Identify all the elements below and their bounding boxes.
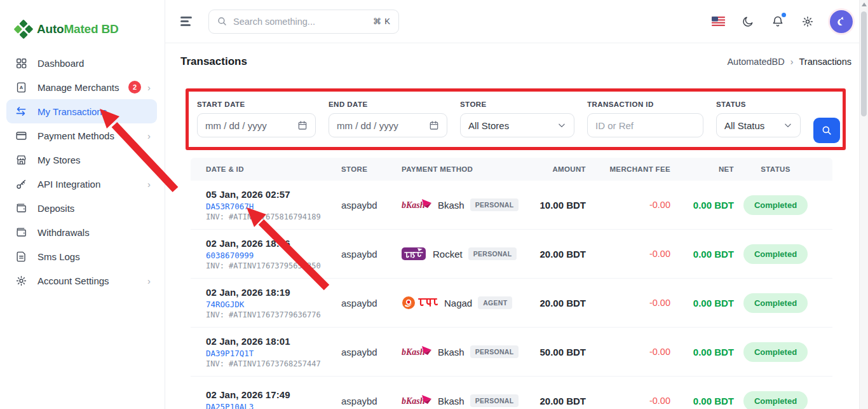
dark-mode-moon-icon[interactable]	[740, 14, 756, 29]
transaction-id-link[interactable]: 6038670999	[206, 251, 341, 260]
sidebar-menu: Dashboard A Manage Merchants 2 › My Tran…	[0, 51, 165, 293]
merchant-document-icon: A	[14, 80, 28, 94]
sidebar-item-account-settings[interactable]: Account Settings ›	[6, 268, 157, 293]
status-select[interactable]: All Status	[716, 113, 801, 137]
scrollbar-up-arrow[interactable]	[862, 3, 867, 6]
transaction-id-link[interactable]: 74ROGJDK	[206, 300, 341, 309]
transaction-id-field[interactable]	[587, 113, 703, 137]
status-badge: Completed	[743, 195, 808, 215]
page-scrollbar[interactable]	[859, 0, 868, 409]
breadcrumb-separator-icon: ›	[790, 57, 794, 67]
search-input[interactable]	[233, 17, 367, 27]
start-date-input[interactable]: mm / dd / yyyy	[197, 113, 316, 137]
status-cell: Completed	[734, 391, 817, 409]
sidebar-item-withdrawals[interactable]: Withdrawals	[6, 220, 157, 244]
store-name: aspaybd	[341, 347, 402, 357]
filter-start-date: START DATE mm / dd / yyyy	[197, 101, 316, 150]
store-select[interactable]: All Stores	[460, 113, 574, 137]
notification-dot	[782, 13, 786, 17]
end-date-input[interactable]: mm / dd / yyyy	[329, 113, 447, 137]
sidebar-item-my-stores[interactable]: My Stores ›	[6, 148, 157, 172]
sidebar-item-label: My Transactions	[37, 106, 151, 117]
net-amount: 0.00 BDT	[670, 298, 734, 308]
chevron-right-icon: ›	[147, 155, 151, 165]
sidebar-item-payment-methods[interactable]: Payment Methods ›	[6, 123, 157, 148]
date-placeholder: mm / dd / yyyy	[337, 120, 429, 131]
transaction-date: 02 Jan, 2026 17:49	[206, 389, 341, 400]
sidebar-toggle-hamburger-icon[interactable]	[180, 15, 194, 28]
chevron-right-icon: ›	[147, 83, 151, 92]
merchant-fee: -0.00	[586, 249, 670, 259]
scrollbar-thumb[interactable]	[861, 11, 867, 116]
payment-method-name: Bkash	[438, 347, 465, 357]
calendar-icon[interactable]	[429, 120, 439, 130]
key-icon	[14, 177, 28, 191]
col-date-id: DATE & ID	[206, 165, 341, 173]
sidebar-item-label: Sms Logs	[37, 251, 151, 262]
merchant-fee: -0.00	[586, 396, 670, 406]
table-row: 05 Jan, 2026 02:57 DA53R7067H INV: #ATIN…	[191, 181, 832, 230]
topbar: ⌘ K	[165, 0, 868, 43]
table-row: 02 Jan, 2026 18:19 74ROGJDK INV: #ATINV1…	[191, 279, 832, 328]
gear-icon	[14, 274, 28, 288]
sidebar-item-label: Payment Methods	[37, 130, 147, 141]
sidebar-item-label: Manage Merchants	[37, 82, 128, 93]
payment-method-type-badge: AGENT	[478, 296, 512, 309]
sidebar-item-my-transactions[interactable]: My Transactions	[6, 99, 157, 123]
breadcrumb: AutomatedBD › Transactions	[727, 57, 851, 67]
transaction-id-link[interactable]: DA25P10AL3	[206, 402, 341, 409]
cell-date-id: 02 Jan, 2026 18:01 DA39P17Q1T INV: #ATIN…	[206, 336, 341, 368]
search-shortcut-hint: ⌘ K	[373, 17, 391, 26]
dashboard-grid-icon	[14, 56, 28, 70]
calendar-icon[interactable]	[297, 120, 308, 130]
merchants-count-badge: 2	[128, 81, 141, 94]
brand-logo[interactable]: AutoMated BD	[0, 0, 165, 45]
sidebar-item-label: Dashboard	[37, 58, 151, 69]
sidebar-item-api-integration[interactable]: API Integration ›	[6, 172, 157, 196]
transaction-id-link[interactable]: DA39P17Q1T	[206, 349, 341, 358]
net-amount: 0.00 BDT	[670, 396, 734, 406]
store-select-value: All Stores	[468, 120, 557, 131]
transaction-id-link[interactable]: DA53R7067H	[206, 202, 341, 211]
avatar-logo-icon	[835, 15, 848, 28]
net-amount: 0.00 BDT	[670, 249, 734, 260]
breadcrumb-current: Transactions	[799, 57, 851, 67]
global-search[interactable]: ⌘ K	[208, 10, 399, 34]
settings-gear-icon[interactable]	[800, 14, 815, 29]
net-amount: 0.00 BDT	[670, 347, 734, 357]
payment-method-cell: bKash Bkash PERSONAL	[402, 392, 529, 409]
sidebar-item-label: Withdrawals	[37, 227, 151, 238]
sidebar-item-label: API Integration	[37, 179, 147, 190]
svg-text:A: A	[19, 85, 23, 90]
transfer-arrows-icon	[14, 104, 28, 118]
col-net: NET	[670, 165, 734, 173]
notification-bell-icon[interactable]	[770, 14, 785, 29]
invoice-ref: INV: #ATINV17675816794189	[206, 212, 341, 221]
sidebar-item-label: Account Settings	[37, 275, 147, 286]
credit-card-icon	[14, 128, 28, 142]
filter-store: STORE All Stores	[460, 101, 574, 150]
payment-method-cell: bKash Bkash PERSONAL	[402, 343, 529, 360]
sidebar-item-deposits[interactable]: Deposits	[6, 196, 157, 220]
chevron-down-icon	[783, 121, 792, 130]
profile-avatar[interactable]	[830, 10, 853, 33]
transaction-id-input[interactable]	[595, 120, 695, 131]
filter-search-button[interactable]	[813, 118, 840, 143]
sidebar-item-dashboard[interactable]: Dashboard	[6, 51, 157, 75]
store-name: aspaybd	[341, 249, 402, 260]
chevron-down-icon	[557, 121, 566, 130]
filter-label: STATUS	[716, 101, 801, 108]
breadcrumb-root[interactable]: AutomatedBD	[727, 57, 784, 67]
payment-method-name: Bkash	[438, 396, 465, 406]
payment-method-name: Nagad	[444, 298, 472, 308]
sidebar-item-manage-merchants[interactable]: A Manage Merchants 2 ›	[6, 75, 157, 99]
sidebar-item-label: Deposits	[37, 203, 151, 214]
amount: 20.00 BDT	[529, 249, 586, 260]
cell-date-id: 02 Jan, 2026 18:19 74ROGJDK INV: #ATINV1…	[206, 287, 341, 319]
merchant-fee: -0.00	[586, 298, 670, 308]
sidebar-item-sms-logs[interactable]: Sms Logs	[6, 244, 157, 268]
sidebar-item-label: My Stores	[37, 155, 147, 165]
wallet-icon	[14, 225, 28, 239]
language-us-flag-icon[interactable]	[710, 14, 726, 29]
transaction-date: 02 Jan, 2026 18:01	[206, 336, 341, 347]
